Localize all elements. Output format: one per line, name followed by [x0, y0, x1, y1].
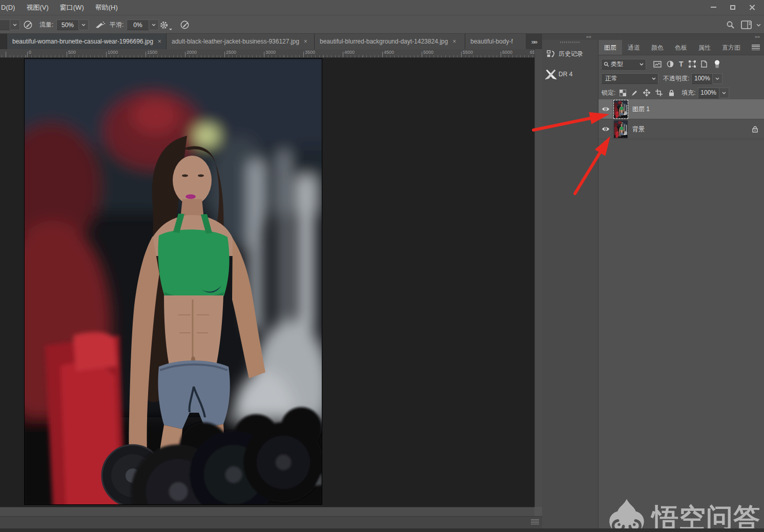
close-button[interactable]: [742, 0, 762, 14]
layer-name[interactable]: 背景: [632, 125, 645, 134]
filter-type-layers-icon[interactable]: T: [679, 60, 684, 68]
history-icon: [543, 49, 559, 59]
tab-overflow-chevron-icon[interactable]: »»: [526, 34, 542, 49]
ruler-tick-label: 5000: [423, 50, 433, 55]
lock-pixels-brush-icon[interactable]: [631, 90, 638, 96]
flow-field[interactable]: 50%: [56, 16, 89, 34]
ruler-tick-label: 0: [29, 50, 31, 55]
tab-swatches[interactable]: 色板: [669, 40, 693, 55]
lock-all-icon[interactable]: [669, 90, 674, 96]
filter-shape-layers-icon[interactable]: [689, 60, 696, 68]
eye-icon: [602, 126, 610, 132]
menu-bar: D(D) 视图(V) 窗口(W) 帮助(H): [0, 0, 764, 15]
fill-value[interactable]: 100%: [698, 88, 719, 98]
panel-menu-icon[interactable]: [752, 45, 760, 50]
close-tab-icon[interactable]: ×: [304, 38, 307, 45]
document-tab-4[interactable]: beautiful-body-f: [465, 34, 526, 49]
brush-angle-icon[interactable]: [178, 16, 191, 34]
document-tab-bar: beautiful-woman-brunette-casual-wear-199…: [0, 34, 542, 49]
chevron-down-icon[interactable]: [755, 16, 762, 34]
tool-preset-button[interactable]: DR 4: [543, 65, 596, 84]
chevron-down-icon[interactable]: [719, 88, 729, 98]
chevron-down-icon[interactable]: [79, 19, 89, 30]
fill-label: 填充:: [682, 89, 695, 97]
canvas-pasteboard: [0, 58, 534, 507]
ruler-tick-label: 500: [68, 50, 76, 55]
close-tab-icon[interactable]: ×: [452, 38, 456, 45]
layer-thumbnail[interactable]: [614, 121, 627, 138]
visibility-cell[interactable]: [598, 119, 613, 139]
blend-mode-dropdown[interactable]: 正常: [601, 73, 658, 84]
vertical-scrollbar[interactable]: [534, 49, 542, 507]
close-icon: [749, 4, 755, 10]
tool-preset-label: DR 4: [559, 71, 572, 78]
tab-properties[interactable]: 属性: [693, 40, 716, 55]
collapse-panels-icon[interactable]: ««: [586, 34, 591, 39]
document-tab-1[interactable]: beautiful-woman-brunette-casual-wear-199…: [7, 34, 167, 49]
lock-transparency-icon[interactable]: [620, 90, 626, 96]
wukong-logo-icon: [605, 498, 649, 532]
brush-size-dropdown[interactable]: [0, 16, 20, 34]
tab-channels[interactable]: 通道: [622, 40, 646, 55]
close-tab-icon[interactable]: ×: [158, 38, 161, 45]
ruler-tick-label: 3000: [265, 50, 276, 55]
workspace-switcher-icon[interactable]: [739, 16, 753, 34]
collapsed-panel-dock: 历史记录 DR 4: [542, 40, 598, 528]
crossed-tools-icon: [543, 69, 559, 80]
chevron-down-icon[interactable]: [713, 73, 722, 84]
ruler-tick-label: 5500: [463, 50, 473, 55]
chevron-down-icon: [652, 77, 656, 80]
filter-adjustment-layers-icon[interactable]: [667, 60, 674, 68]
layer-thumbnail[interactable]: [614, 101, 627, 118]
document-tab-3[interactable]: beautiful-blurred-background-dayt-142382…: [315, 34, 465, 49]
options-bar: 流量: 50% 平滑: 0%: [0, 16, 764, 34]
layer-filter-type-dropdown[interactable]: 类型: [601, 59, 646, 70]
ruler-tick-label: 6000: [502, 50, 512, 55]
resize-grip-icon[interactable]: [531, 519, 539, 525]
filter-type-label: 类型: [609, 60, 639, 69]
filter-pixel-layers-icon[interactable]: [653, 61, 662, 68]
menu-window[interactable]: 窗口(W): [56, 0, 88, 15]
opacity-label: 不透明度:: [663, 74, 689, 83]
document-tab-2[interactable]: adult-black-leather-jacket-business-9361…: [167, 34, 315, 49]
smoothing-field[interactable]: 0%: [127, 16, 159, 34]
ruler-tick-label: 1000: [108, 50, 118, 55]
layer-row-layer1[interactable]: 图层 1: [598, 99, 764, 119]
lock-artboard-icon[interactable]: [655, 89, 663, 96]
tab-layers[interactable]: 图层: [598, 40, 622, 55]
lock-position-move-icon[interactable]: [643, 89, 650, 96]
document-tab-label: beautiful-woman-brunette-casual-wear-199…: [12, 38, 153, 45]
history-panel-label: 历史记录: [559, 50, 583, 58]
filter-smart-objects-icon[interactable]: [701, 60, 707, 68]
menu-help[interactable]: 帮助(H): [91, 0, 122, 15]
airbrush-icon[interactable]: [94, 16, 106, 34]
maximize-icon: [730, 5, 735, 10]
layer-name[interactable]: 图层 1: [632, 105, 650, 114]
photoshop-window: D(D) 视图(V) 窗口(W) 帮助(H) 流量: 50% 平滑: 0%: [0, 0, 764, 532]
window-controls: [704, 0, 762, 15]
dock-drag-grip[interactable]: [560, 41, 581, 43]
tab-histogram[interactable]: 直方图: [716, 40, 746, 55]
smoothing-label: 平滑:: [110, 16, 123, 34]
maximize-button[interactable]: [723, 0, 742, 14]
history-panel-button[interactable]: 历史记录: [543, 44, 596, 63]
visibility-cell[interactable]: [598, 99, 613, 119]
smoothing-options-gear-icon[interactable]: [158, 16, 170, 34]
horizontal-scrollbar[interactable]: [0, 507, 534, 516]
flow-label: 流量:: [39, 16, 53, 34]
document-canvas[interactable]: [25, 59, 322, 504]
search-icon[interactable]: [724, 16, 736, 34]
document-tab-label: adult-black-leather-jacket-business-9361…: [172, 38, 299, 45]
opacity-value[interactable]: 100%: [691, 73, 713, 84]
document-tab-label: beautiful-blurred-background-dayt-142382…: [320, 38, 448, 45]
minimize-button[interactable]: [704, 0, 723, 14]
tab-color[interactable]: 颜色: [646, 40, 669, 55]
layer-filtering-toggle[interactable]: [714, 60, 720, 69]
expand-panels-icon[interactable]: »»: [755, 34, 760, 39]
menu-view[interactable]: 视图(V): [22, 0, 52, 15]
chevron-down-icon: [639, 63, 644, 66]
watermark: 悟空问答: [605, 498, 761, 532]
layer-row-background[interactable]: 背景: [598, 119, 764, 139]
brush-preset-icon[interactable]: [22, 16, 34, 34]
menu-3d[interactable]: D(D): [0, 0, 19, 15]
